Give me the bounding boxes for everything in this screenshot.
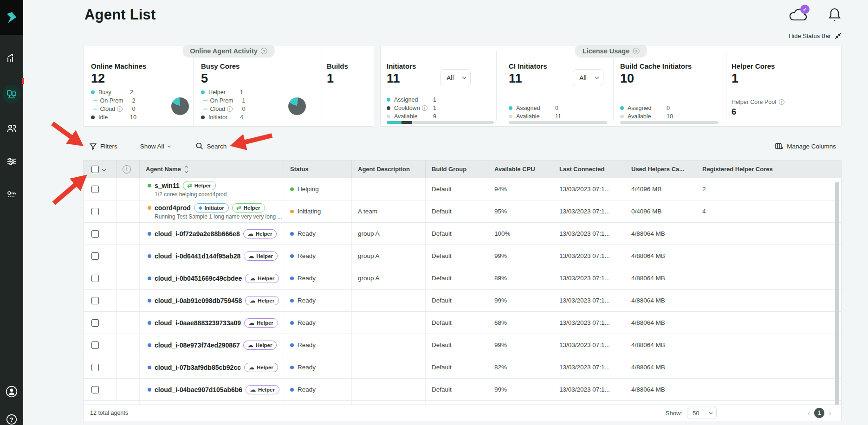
- agent-name[interactable]: cloud_i-0f72a9a2e88b666e8: [155, 230, 240, 238]
- agent-status-dot: [148, 206, 151, 210]
- cloud-status-button[interactable]: ✓: [788, 7, 809, 22]
- sidebar-item-help[interactable]: ?: [0, 410, 23, 425]
- filter-select[interactable]: All: [440, 69, 471, 86]
- cloud-helper-badge-icon: ☁: [250, 387, 256, 393]
- info-icon[interactable]: ?: [261, 48, 267, 54]
- legend: Assigned0Available11: [509, 104, 564, 121]
- sidebar-item-profile[interactable]: [0, 382, 23, 401]
- info-icon[interactable]: i: [117, 106, 123, 112]
- sidebar-item-license[interactable]: [0, 185, 23, 204]
- show-all-dropdown[interactable]: Show All: [140, 143, 170, 150]
- page-title: Agent List: [84, 6, 156, 23]
- cloud-helper-badge-icon: ☁: [248, 253, 254, 259]
- sidebar-item-analytics[interactable]: [0, 49, 23, 67]
- agent-name[interactable]: coord4prod: [155, 204, 191, 212]
- info-icon[interactable]: ?: [633, 48, 639, 54]
- row-checkbox[interactable]: [91, 230, 99, 238]
- column-header-used-helpers[interactable]: Used Helpers Ca...: [625, 161, 696, 178]
- row-checkbox[interactable]: [91, 364, 99, 371]
- prev-page-button[interactable]: ‹: [808, 409, 810, 417]
- column-header-description[interactable]: Agent Description: [352, 161, 426, 178]
- row-checkbox[interactable]: [91, 319, 99, 327]
- column-header-build-group[interactable]: Build Group: [426, 161, 488, 178]
- app-logo[interactable]: [0, 0, 23, 35]
- agent-name-cell[interactable]: cloud_i-0b0451669c49cbdee☁Helper: [140, 267, 284, 289]
- row-checkbox[interactable]: [91, 186, 99, 193]
- agent-name-cell[interactable]: cloud_i-07b3af9db85cb92cc☁Helper: [140, 356, 284, 378]
- sidebar-item-settings[interactable]: [0, 152, 23, 171]
- select-menu-chevron-icon[interactable]: [102, 167, 106, 171]
- agent-name-cell[interactable]: cloud_i-0ab91e098db759458☁Helper: [140, 290, 284, 311]
- info-icon[interactable]: i: [227, 106, 233, 112]
- sidebar-item-agents[interactable]: [2, 85, 21, 103]
- red-arrow-filters: [52, 123, 80, 143]
- legend-label: Helper: [208, 89, 240, 96]
- info-icon[interactable]: i: [422, 105, 428, 111]
- agent-name-cell[interactable]: coord4prod◈Initiator⇄HelperRunning Test …: [140, 200, 284, 222]
- agent-status-dot: [148, 184, 151, 187]
- hide-status-bar-button[interactable]: Hide Status Bar: [789, 32, 842, 39]
- agent-name-cell[interactable]: cloud_i-04bac907d105ab6b6☁Helper: [140, 379, 284, 400]
- status-cell: Helping: [284, 178, 352, 200]
- filter-select[interactable]: All: [573, 69, 603, 86]
- agent-name-cell[interactable]: s_win11⇄Helper1/2 cores helping coord4pr…: [140, 178, 284, 200]
- agent-name[interactable]: s_win11: [155, 182, 180, 189]
- row-alert-cell: [117, 178, 140, 200]
- info-icon[interactable]: i: [779, 99, 784, 105]
- agent-name-cell[interactable]: cloud_i-0d6441d144f95ab28☁Helper: [140, 245, 284, 267]
- agent-name[interactable]: cloud_i-0d6441d144f95ab28: [155, 252, 240, 260]
- row-checkbox[interactable]: [91, 386, 99, 393]
- row-checkbox[interactable]: [91, 297, 99, 304]
- agent-name-cell[interactable]: cloud_i-0f72a9a2e88b666e8☁Helper: [140, 223, 284, 245]
- card-title: Builds: [327, 62, 374, 70]
- helper-badge: ⇄Helper: [232, 203, 265, 212]
- alert-column-header: !: [117, 161, 140, 178]
- search-button[interactable]: Search: [196, 142, 227, 150]
- status-cell: Ready: [284, 312, 352, 334]
- next-page-button[interactable]: ›: [829, 409, 831, 417]
- agent-name[interactable]: cloud_i-04bac907d105ab6b6: [155, 386, 242, 393]
- sidebar-item-users[interactable]: [0, 119, 23, 138]
- column-header-cpu[interactable]: Available CPU: [488, 161, 553, 178]
- row-checkbox[interactable]: [91, 275, 99, 282]
- legend-dot: [201, 90, 205, 94]
- row-alert-cell: [117, 379, 140, 400]
- column-header-registered-cores[interactable]: Registered Helper Cores: [696, 161, 841, 178]
- row-alert-cell: [117, 245, 140, 267]
- agent-name-cell[interactable]: cloud_i-0aae8883239733a09☁Helper: [140, 312, 284, 334]
- license-usage-label: License Usage: [583, 47, 630, 55]
- column-header-agent-name[interactable]: Agent Name: [140, 161, 284, 178]
- agent-name[interactable]: cloud_i-0b0451669c49cbdee: [155, 275, 242, 282]
- notifications-button[interactable]: [828, 7, 841, 22]
- column-header-status[interactable]: Status: [284, 161, 352, 178]
- status-dot: [290, 210, 294, 213]
- vertical-scrollbar[interactable]: [835, 182, 839, 414]
- agent-name[interactable]: cloud_i-08e973f74ed290867: [155, 341, 240, 349]
- sort-icon[interactable]: [185, 166, 188, 173]
- agent-name-cell[interactable]: cloud_i-08e973f74ed290867☁Helper: [140, 334, 284, 356]
- agent-name[interactable]: cloud_i-0aae8883239733a09: [155, 319, 241, 327]
- row-checkbox[interactable]: [91, 341, 99, 349]
- legend-label: Assigned: [394, 97, 433, 103]
- helper-badge-icon: ⇄: [237, 205, 241, 211]
- agent-name[interactable]: cloud_i-07b3af9db85cb92cc: [155, 364, 241, 371]
- agent-name[interactable]: cloud_i-0ab91e098db759458: [155, 297, 242, 304]
- current-page-badge: 1: [814, 408, 824, 418]
- row-checkbox[interactable]: [91, 252, 99, 260]
- alert-icon[interactable]: !: [123, 165, 131, 174]
- legend-value: 4: [240, 114, 249, 121]
- legend-dot: [387, 98, 390, 102]
- agent-status-dot: [148, 321, 151, 325]
- select-all-checkbox[interactable]: [91, 166, 99, 173]
- cloud-helper-badge: ☁Helper: [245, 296, 279, 305]
- build-group-cell: Default: [426, 379, 488, 400]
- registered-cores-cell: [696, 312, 841, 334]
- row-checkbox[interactable]: [91, 208, 99, 215]
- search-icon: [196, 142, 203, 150]
- filters-button[interactable]: Filters: [90, 143, 117, 150]
- card-title: CI Initiators: [509, 62, 547, 70]
- page-size-select[interactable]: 50: [687, 407, 717, 419]
- column-header-last-connected[interactable]: Last Connected: [553, 161, 625, 178]
- status-dot: [290, 343, 294, 347]
- manage-columns-button[interactable]: Manage Columns: [775, 143, 836, 150]
